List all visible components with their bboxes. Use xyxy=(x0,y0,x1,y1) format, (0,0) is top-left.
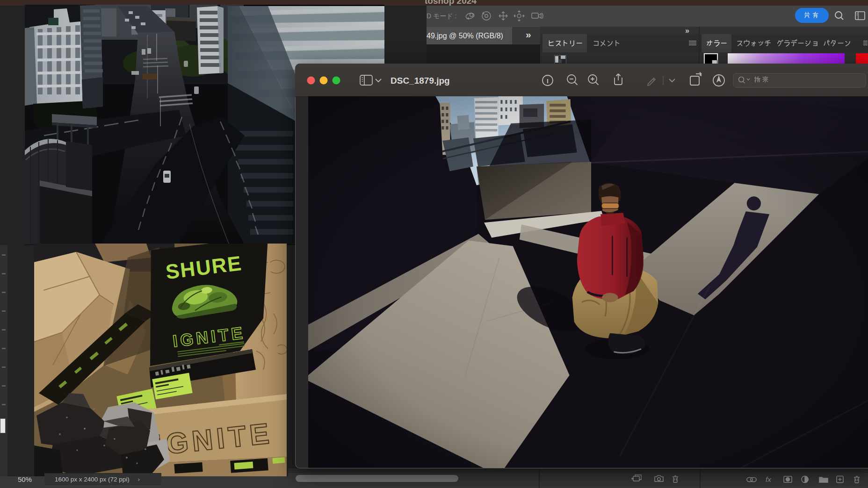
svg-text:DSC_1879.jpg: DSC_1879.jpg xyxy=(391,76,450,86)
svg-text:fx: fx xyxy=(766,475,771,483)
svg-text:D モード :: D モード : xyxy=(427,12,456,20)
